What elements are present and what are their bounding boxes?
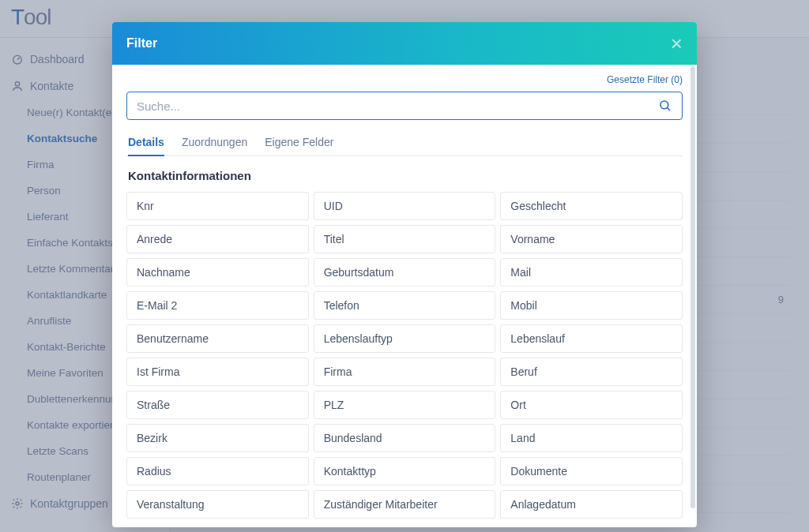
filter-firma[interactable]: Firma bbox=[314, 358, 496, 386]
modal-body: Gesetzte Filter (0) Details Zuordnungen … bbox=[112, 65, 697, 527]
filter-ist-firma[interactable]: Ist Firma bbox=[126, 358, 309, 386]
filter-dokumente[interactable]: Dokumente bbox=[500, 457, 683, 485]
filter-land[interactable]: Land bbox=[500, 424, 683, 452]
filter-beruf[interactable]: Beruf bbox=[500, 358, 683, 386]
filter-zustaendiger-mitarbeiter[interactable]: Zuständiger Mitarbeiter bbox=[314, 490, 496, 519]
search-input[interactable] bbox=[137, 99, 658, 113]
filter-lebenslauf[interactable]: Lebenslauf bbox=[500, 324, 683, 353]
filter-bezirk[interactable]: Bezirk bbox=[126, 424, 309, 452]
tab-details[interactable]: Details bbox=[128, 129, 164, 156]
set-filters-link[interactable]: Gesetzte Filter (0) bbox=[126, 74, 683, 92]
filter-modal: Filter × Gesetzte Filter (0) Details Zuo… bbox=[112, 22, 697, 527]
filter-vorname[interactable]: Vorname bbox=[500, 225, 683, 253]
filter-anlagedatum[interactable]: Anlagedatum bbox=[500, 490, 683, 519]
filter-uid[interactable]: UID bbox=[314, 192, 496, 220]
filter-mobil[interactable]: Mobil bbox=[500, 291, 683, 320]
filter-mail[interactable]: Mail bbox=[500, 258, 683, 287]
filter-titel[interactable]: Titel bbox=[314, 225, 496, 253]
section-kontaktinformationen: Kontaktinformationen bbox=[126, 156, 683, 192]
modal-overlay[interactable]: Filter × Gesetzte Filter (0) Details Zuo… bbox=[0, 0, 809, 532]
filter-grid: Knr UID Geschlecht Anrede Titel Vorname … bbox=[126, 192, 683, 527]
filter-lebenslauftyp[interactable]: Lebenslauftyp bbox=[314, 324, 496, 353]
close-icon[interactable]: × bbox=[671, 33, 683, 54]
filter-bundesland[interactable]: Bundesland bbox=[314, 424, 496, 452]
search-icon[interactable] bbox=[658, 99, 672, 113]
filter-radius[interactable]: Radius bbox=[126, 457, 309, 485]
filter-kontakttyp[interactable]: Kontakttyp bbox=[314, 457, 496, 485]
search-field-wrap[interactable] bbox=[126, 92, 683, 120]
filter-veranstaltung[interactable]: Veranstaltung bbox=[126, 490, 309, 519]
svg-point-3 bbox=[660, 101, 668, 109]
filter-anrede[interactable]: Anrede bbox=[126, 225, 309, 253]
filter-ort[interactable]: Ort bbox=[500, 391, 683, 419]
filter-knr[interactable]: Knr bbox=[126, 192, 309, 220]
filter-nachname[interactable]: Nachname bbox=[126, 258, 309, 287]
filter-email2[interactable]: E-Mail 2 bbox=[126, 291, 309, 320]
modal-header: Filter × bbox=[112, 22, 697, 65]
filter-geschlecht[interactable]: Geschlecht bbox=[500, 192, 683, 220]
modal-title: Filter bbox=[126, 36, 157, 51]
filter-geburtsdatum[interactable]: Geburtsdatum bbox=[314, 258, 496, 287]
filter-strasse[interactable]: Straße bbox=[126, 391, 309, 419]
filter-telefon[interactable]: Telefon bbox=[314, 291, 496, 320]
filter-plz[interactable]: PLZ bbox=[314, 391, 496, 419]
tab-zuordnungen[interactable]: Zuordnungen bbox=[182, 129, 247, 155]
filter-tabs: Details Zuordnungen Eigene Felder bbox=[126, 129, 683, 156]
filter-benutzername[interactable]: Benutzername bbox=[126, 324, 309, 353]
tab-eigene-felder[interactable]: Eigene Felder bbox=[265, 129, 333, 155]
